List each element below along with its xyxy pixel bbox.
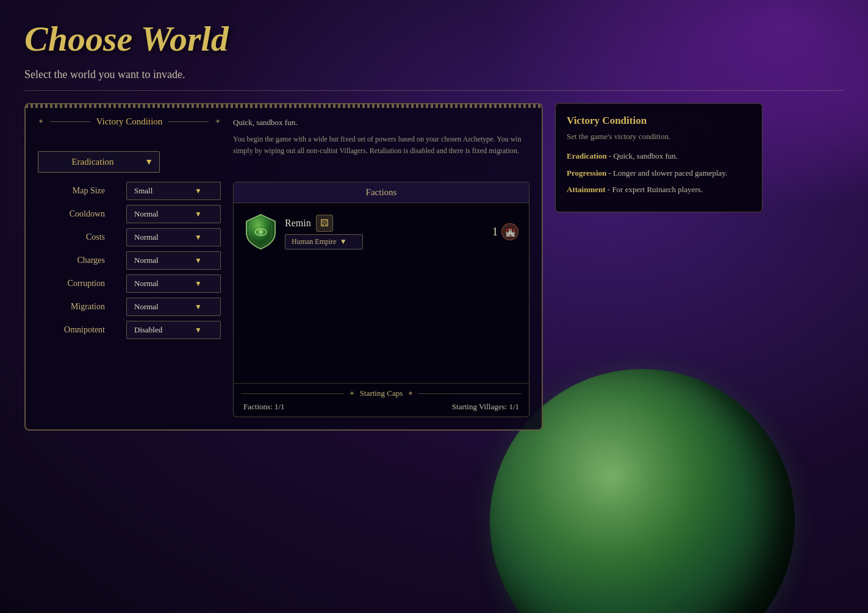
- victory-left: ✦ Victory Condition ✦ Eradication ▼: [38, 117, 221, 173]
- starting-caps-values: Factions: 1/1 Starting Villages: 1/1: [241, 402, 522, 412]
- settings-dropdown-charges[interactable]: Normal▼: [126, 251, 221, 270]
- caps-line-right: [418, 393, 522, 394]
- dropdown-arrow-icon: ▼: [195, 303, 202, 312]
- settings-row-cooldown: CooldownNormal▼: [38, 205, 221, 223]
- left-panel: ✦ Victory Condition ✦ Eradication ▼ Quic…: [24, 103, 543, 431]
- faction-type-arrow: ▼: [340, 237, 347, 246]
- settings-value: Disabled: [134, 325, 162, 335]
- settings-row-omnipotent: OmnipotentDisabled▼: [38, 321, 221, 339]
- diamond-right: ✦: [215, 117, 221, 126]
- main-content: Choose World Select the world you want t…: [0, 0, 868, 613]
- victory-right: Quick, sandbox fun. You begin the game w…: [233, 117, 529, 173]
- faction-item: Remin ⚄ Human Empire ▼ 1: [237, 206, 526, 257]
- info-option-name: Attainment: [567, 185, 606, 194]
- panel-border-decoration: [26, 104, 542, 108]
- dropdown-arrow-icon: ▼: [195, 326, 202, 335]
- settings-row-migration: MigrationNormal▼: [38, 298, 221, 316]
- victory-section-title: Victory Condition: [96, 117, 163, 127]
- faction-count-value: 1: [492, 226, 498, 238]
- villages-cap: Starting Villages: 1/1: [452, 402, 519, 412]
- caps-diamond-left: ✦: [349, 389, 355, 398]
- settings-dropdown-corruption[interactable]: Normal▼: [126, 274, 221, 293]
- factions-cap: Factions: 1/1: [243, 402, 285, 412]
- header-line-right: [168, 121, 209, 122]
- settings-value: Normal: [134, 209, 159, 219]
- content-row: ✦ Victory Condition ✦ Eradication ▼ Quic…: [24, 103, 844, 431]
- faction-shield-icon: [244, 213, 278, 250]
- info-panel-subtitle: Set the game's victory condition.: [567, 132, 751, 142]
- settings-value: Normal: [134, 302, 159, 312]
- info-option-name: Progression: [567, 168, 606, 177]
- dropdown-arrow-icon: ▼: [195, 187, 202, 196]
- page-subtitle: Select the world you want to invade.: [24, 68, 844, 91]
- settings-value: Normal: [134, 256, 159, 265]
- faction-name-text: Remin: [285, 218, 311, 229]
- settings-label: Migration: [38, 302, 105, 312]
- settings-value: Small: [134, 186, 152, 196]
- info-option-progression: Progression - Longer and slower paced ga…: [567, 167, 751, 179]
- settings-row-charges: ChargesNormal▼: [38, 251, 221, 270]
- diamond-left: ✦: [38, 117, 44, 126]
- faction-name: Remin ⚄: [285, 215, 485, 232]
- dropdown-arrow-icon: ▼: [195, 233, 202, 242]
- settings-dropdown-omnipotent[interactable]: Disabled▼: [126, 321, 221, 339]
- dropdown-arrow-icon: ▼: [195, 210, 202, 219]
- dropdown-arrow-icon: ▼: [195, 256, 202, 265]
- victory-tagline: Quick, sandbox fun.: [233, 117, 529, 129]
- settings-row-costs: CostsNormal▼: [38, 228, 221, 246]
- factions-header: Factions: [234, 182, 529, 203]
- faction-type-dropdown[interactable]: Human Empire ▼: [285, 234, 363, 249]
- dropdown-arrow-icon: ▼: [145, 157, 153, 167]
- info-panel: Victory Condition Set the game's victory…: [555, 103, 762, 212]
- randomize-faction-button[interactable]: ⚄: [316, 215, 333, 232]
- settings-label: Cooldown: [38, 209, 105, 219]
- settings-label: Corruption: [38, 279, 105, 289]
- starting-caps-header: ✦ Starting Caps ✦: [241, 389, 522, 398]
- page-title: Choose World: [24, 18, 844, 59]
- settings-dropdown-cooldown[interactable]: Normal▼: [126, 205, 221, 223]
- victory-condition-dropdown[interactable]: Eradication ▼: [38, 151, 160, 173]
- faction-count: 1 🏰: [492, 223, 518, 240]
- faction-type-value: Human Empire: [292, 237, 337, 246]
- settings-label: Map Size: [38, 186, 105, 196]
- settings-dropdown-map size[interactable]: Small▼: [126, 182, 221, 200]
- victory-selected-value: Eradication: [71, 157, 113, 167]
- factions-content: Remin ⚄ Human Empire ▼ 1: [234, 203, 529, 383]
- dropdown-arrow-icon: ▼: [195, 279, 202, 289]
- starting-caps-title: Starting Caps: [360, 389, 403, 398]
- victory-header: ✦ Victory Condition ✦: [38, 117, 221, 127]
- info-option-name: Eradication: [567, 151, 607, 160]
- victory-description: You begin the game with a wide but fixed…: [233, 134, 529, 157]
- svg-point-2: [260, 231, 262, 234]
- faction-details: Remin ⚄ Human Empire ▼: [285, 215, 485, 249]
- factions-panel: Factions: [233, 182, 529, 417]
- starting-caps-section: ✦ Starting Caps ✦ Factions: 1/1 Starting…: [234, 383, 529, 417]
- settings-value: Normal: [134, 279, 159, 289]
- caps-diamond-right: ✦: [407, 389, 414, 398]
- info-option-attainment: Attainment - For expert Ruinarch players…: [567, 184, 751, 196]
- info-options: Eradication - Quick, sandbox fun.Progres…: [567, 150, 751, 196]
- info-option-eradication: Eradication - Quick, sandbox fun.: [567, 150, 751, 162]
- castle-icon: 🏰: [501, 223, 518, 240]
- settings-label: Charges: [38, 256, 105, 265]
- factions-body: Remin ⚄ Human Empire ▼ 1: [234, 203, 529, 417]
- caps-line-left: [241, 393, 344, 394]
- info-panel-title: Victory Condition: [567, 115, 751, 127]
- factions-title: Factions: [366, 187, 397, 198]
- settings-row-map size: Map SizeSmall▼: [38, 182, 221, 200]
- settings-label: Omnipotent: [38, 325, 105, 335]
- bottom-section: Map SizeSmall▼CooldownNormal▼CostsNormal…: [38, 182, 529, 417]
- settings-row-corruption: CorruptionNormal▼: [38, 274, 221, 293]
- settings-dropdown-migration[interactable]: Normal▼: [126, 298, 221, 316]
- settings-rows: Map SizeSmall▼CooldownNormal▼CostsNormal…: [38, 182, 221, 339]
- victory-section: ✦ Victory Condition ✦ Eradication ▼ Quic…: [38, 117, 529, 173]
- settings-dropdown-costs[interactable]: Normal▼: [126, 228, 221, 246]
- settings-panel: Map SizeSmall▼CooldownNormal▼CostsNormal…: [38, 182, 221, 417]
- settings-label: Costs: [38, 232, 105, 242]
- header-line-left: [50, 121, 90, 122]
- settings-value: Normal: [134, 232, 159, 242]
